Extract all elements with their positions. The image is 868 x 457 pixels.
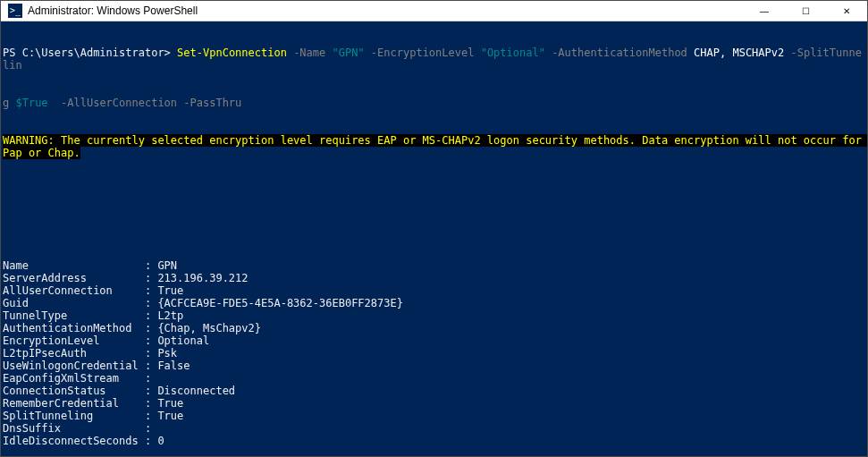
param-auth-flag: -AuthenticationMethod <box>545 47 694 59</box>
powershell-icon: >_ <box>8 4 22 18</box>
powershell-window: >_ Administrator: Windows PowerShell — ☐… <box>0 0 868 457</box>
blank-line-2 <box>3 222 865 234</box>
warning-text: WARNING: The currently selected encrypti… <box>3 134 867 159</box>
titlebar[interactable]: >_ Administrator: Windows PowerShell — ☐… <box>1 1 867 21</box>
param-enc-flag: -EncryptionLevel <box>365 47 481 59</box>
close-button[interactable]: ✕ <box>826 1 867 21</box>
window-controls: — ☐ ✕ <box>744 1 867 21</box>
output-property-list: Name : GPN ServerAddress : 213.196.39.21… <box>3 259 865 447</box>
cmdlet-name: Set-VpnConnection <box>177 47 287 59</box>
terminal-area[interactable]: PS C:\Users\Administrator> Set-VpnConnec… <box>1 21 867 456</box>
param-true: $True <box>15 97 47 109</box>
param-auth-vals: CHAP, MSCHAPv2 <box>694 47 784 59</box>
prompt-text: PS C:\Users\Administrator> <box>3 47 177 59</box>
blank-line-1 <box>3 184 865 197</box>
param-enc-val: "Optional" <box>481 47 545 59</box>
warning-line: WARNING: The currently selected encrypti… <box>3 134 865 159</box>
command-line-2: g $True -AllUserConnection -PassThru <box>3 97 865 109</box>
param-rest: -AllUserConnection -PassThru <box>48 97 242 109</box>
powershell-icon-glyph: >_ <box>10 6 21 15</box>
window-title: Administrator: Windows PowerShell <box>28 4 744 17</box>
minimize-button[interactable]: — <box>744 1 785 21</box>
command-line-1: PS C:\Users\Administrator> Set-VpnConnec… <box>3 47 865 72</box>
param-name-flag: -Name <box>287 47 333 59</box>
param-name-val: "GPN" <box>332 47 364 59</box>
wrap-g: g <box>3 97 15 109</box>
maximize-button[interactable]: ☐ <box>785 1 826 21</box>
